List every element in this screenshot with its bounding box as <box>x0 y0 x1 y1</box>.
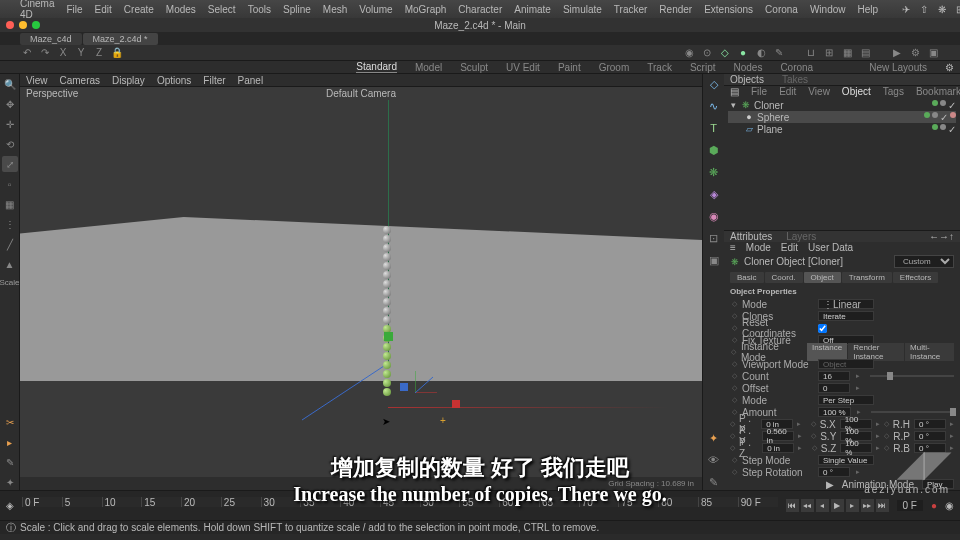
status-bar: ⓘ Scale : Click and drag to scale elemen… <box>0 520 960 534</box>
deformer-icon[interactable]: ◈ <box>706 186 722 202</box>
tag-icon[interactable]: ✦ <box>706 430 722 446</box>
light-icon[interactable]: ◐ <box>754 46 768 60</box>
picture-icon[interactable]: ▣ <box>926 46 940 60</box>
fwd-icon[interactable]: → <box>939 231 949 242</box>
tree-item-sphere[interactable]: ● Sphere ✓ <box>728 111 956 123</box>
custom-dropdown[interactable]: Custom <box>894 255 954 268</box>
back-icon[interactable]: ← <box>929 231 939 242</box>
mograph-icon[interactable]: ❋ <box>706 164 722 180</box>
offset-field[interactable]: 0 <box>818 383 850 393</box>
search-icon[interactable]: 🔍 <box>2 76 18 92</box>
axis-y-icon[interactable]: Y <box>74 46 88 60</box>
viewport-header: Perspective Default Camera <box>20 87 702 100</box>
count-field[interactable]: 16 <box>818 371 850 381</box>
doctab[interactable]: Maze_c4d <box>20 33 82 45</box>
handle-x[interactable] <box>452 400 460 408</box>
next-frame-icon[interactable]: ▸ <box>846 499 859 512</box>
up-icon[interactable]: ↑ <box>949 231 954 242</box>
current-frame[interactable]: 0 F <box>897 500 923 511</box>
app-menu[interactable]: Cinema 4D <box>20 0 54 20</box>
amount-slider[interactable] <box>871 411 954 413</box>
mode-dropdown[interactable]: ⋮ Linear <box>818 299 874 309</box>
vpmode-dropdown[interactable]: Object <box>818 359 874 369</box>
viewport-canvas[interactable]: ➤ + <box>20 100 702 477</box>
eye-icon[interactable]: 👁 <box>706 452 722 468</box>
goto-start-icon[interactable]: ⏮ <box>786 499 799 512</box>
target-icon[interactable]: ⊙ <box>700 46 714 60</box>
objects-header: Objects Takes <box>724 74 960 86</box>
info-icon: ⓘ <box>6 521 16 535</box>
text-icon[interactable]: T <box>706 120 722 136</box>
gear-icon[interactable]: ⚙ <box>908 46 922 60</box>
camera-icon[interactable]: ▣ <box>706 252 722 268</box>
model-icon[interactable]: ▫ <box>2 176 18 192</box>
axis-z-icon[interactable]: Z <box>92 46 106 60</box>
play-icon[interactable]: ▶ <box>831 499 844 512</box>
timeline-track[interactable]: 0 F51015202530354045505560657075808590 F <box>22 497 778 515</box>
knife-icon[interactable]: ✂ <box>2 414 18 430</box>
expand-icon[interactable]: ▾ <box>728 100 738 110</box>
axis-x-icon[interactable]: X <box>56 46 70 60</box>
svg-line-3 <box>415 377 433 393</box>
svg-line-0 <box>302 362 390 420</box>
menu-icon[interactable]: ≡ <box>730 242 736 253</box>
handle-y[interactable] <box>384 332 393 341</box>
layout-standard[interactable]: Standard <box>356 61 397 73</box>
snap-icon[interactable]: ⊞ <box>822 46 836 60</box>
new-layouts[interactable]: New Layouts <box>869 62 927 73</box>
grid-icon[interactable]: ▦ <box>840 46 854 60</box>
key-icon[interactable]: ▶ <box>826 479 834 490</box>
gizmo-plane[interactable] <box>415 367 441 393</box>
clones-dropdown[interactable]: Iterate <box>818 311 874 321</box>
gear-icon[interactable]: ⚙ <box>945 62 954 73</box>
render-icon[interactable]: ◉ <box>682 46 696 60</box>
scale-icon[interactable]: ⤢ <box>2 156 18 172</box>
timeline[interactable]: ◈ 0 F51015202530354045505560657075808590… <box>0 490 960 520</box>
atom-icon[interactable]: ⬢ <box>706 142 722 158</box>
object-tree[interactable]: ▾ ❋ Cloner ✓ ● Sphere ✓ ▱ Plane ✓ <box>724 97 960 230</box>
move-icon[interactable]: ✛ <box>2 116 18 132</box>
field-icon[interactable]: ◉ <box>706 208 722 224</box>
rotate-icon[interactable]: ⟲ <box>2 136 18 152</box>
prev-frame-icon[interactable]: ◂ <box>816 499 829 512</box>
light-prim-icon[interactable]: ⊡ <box>706 230 722 246</box>
viewport[interactable]: View Cameras Display Options Filter Pane… <box>20 74 702 490</box>
tree-item-cloner[interactable]: ▾ ❋ Cloner ✓ <box>728 99 956 111</box>
undo-icon[interactable]: ↶ <box>20 46 34 60</box>
reset-checkbox[interactable] <box>818 324 827 333</box>
extrude-icon[interactable]: ▸ <box>2 434 18 450</box>
cube-prim-icon[interactable]: ◇ <box>706 76 722 92</box>
tree-item-plane[interactable]: ▱ Plane ✓ <box>728 123 956 135</box>
next-key-icon[interactable]: ▸▸ <box>861 499 874 512</box>
polygon-icon[interactable]: ▲ <box>2 256 18 272</box>
doctab-active[interactable]: Maze_2.c4d * <box>83 33 158 45</box>
magnet-icon[interactable]: ⊔ <box>804 46 818 60</box>
cube-icon[interactable]: ◇ <box>718 46 732 60</box>
prev-key-icon[interactable]: ◂◂ <box>801 499 814 512</box>
lock-icon[interactable]: 🔒 <box>110 46 124 60</box>
render-view-icon[interactable]: ▶ <box>890 46 904 60</box>
live-select-icon[interactable]: ✥ <box>2 96 18 112</box>
workplane-icon[interactable]: ▤ <box>858 46 872 60</box>
record-icon[interactable]: ● <box>931 500 937 511</box>
texture-icon[interactable]: ▦ <box>2 196 18 212</box>
redo-icon[interactable]: ↷ <box>38 46 52 60</box>
star-icon[interactable]: ✦ <box>2 474 18 490</box>
autokey-icon[interactable]: ◉ <box>945 500 954 511</box>
file-icon[interactable]: ▤ <box>730 86 739 97</box>
edit-icon[interactable]: ✎ <box>706 474 722 490</box>
goto-end-icon[interactable]: ⏭ <box>876 499 889 512</box>
vertex-icon[interactable]: ⋮ <box>2 216 18 232</box>
handle-z[interactable] <box>400 383 408 391</box>
key-icon[interactable]: ◈ <box>6 500 14 511</box>
anim-play[interactable]: Play <box>922 479 954 489</box>
sphere-icon[interactable]: ● <box>736 46 750 60</box>
brush-icon[interactable]: ✎ <box>2 454 18 470</box>
traffic-lights[interactable] <box>6 21 40 29</box>
count-slider[interactable] <box>870 375 954 377</box>
mode2-dropdown[interactable]: Per Step <box>818 395 874 405</box>
pen-icon[interactable]: ✎ <box>772 46 786 60</box>
edge-icon[interactable]: ╱ <box>2 236 18 252</box>
spline-prim-icon[interactable]: ∿ <box>706 98 722 114</box>
cloner-spheres <box>383 226 391 396</box>
